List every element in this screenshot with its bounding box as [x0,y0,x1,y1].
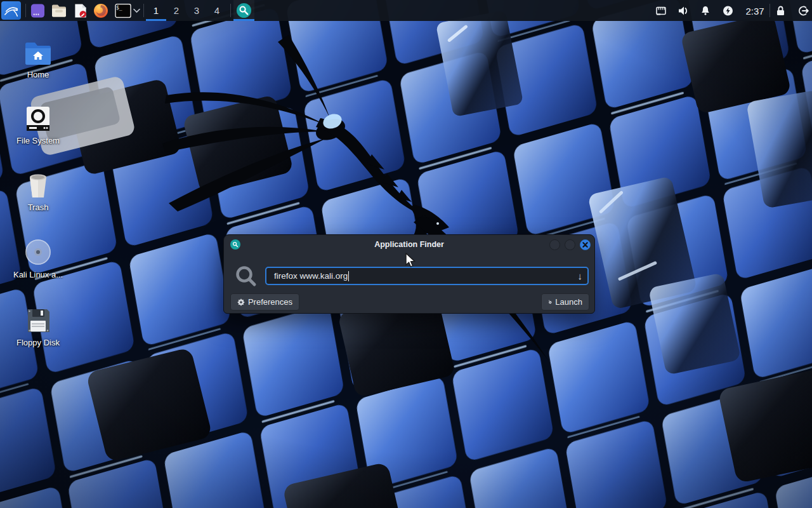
desktop-icon-label: Home [3,70,73,79]
network-icon[interactable] [655,5,667,16]
panel-separator [769,4,770,17]
application-finder-task-icon [236,3,252,18]
volume-icon[interactable] [677,5,690,16]
notifications-bell-icon[interactable] [700,5,711,16]
search-input[interactable]: firefox www.kali.org ↓ [265,267,589,285]
desktop-icon-label: File System [3,136,73,145]
terminal-dropdown-chevron-icon[interactable] [132,8,141,13]
preferences-label: Preferences [248,297,292,307]
firefox-icon[interactable] [93,3,109,18]
desktop-icon-floppy-disk[interactable]: Floppy Disk [3,305,73,347]
desktop-icon-label: Floppy Disk [3,338,73,347]
floppy-icon [3,305,73,334]
workspace-button-4[interactable]: 4 [207,0,227,21]
disc-icon [3,237,73,266]
terminal-prompt-glyph: $_ [116,4,122,10]
workspace-button-3[interactable]: 3 [187,0,207,21]
text-editor-icon[interactable] [72,3,89,18]
search-icon [233,264,259,291]
minimize-button[interactable] [549,239,560,250]
desktop-icon-file-system[interactable]: File System [3,103,73,145]
window-title: Application Finder [224,235,594,254]
lock-screen-icon[interactable] [775,5,786,16]
log-out-icon[interactable] [797,5,809,16]
drive-icon [3,103,73,132]
window-launcher-icon[interactable] [29,3,46,18]
launch-label: Launch [555,297,582,307]
applications-menu-button[interactable] [1,1,21,20]
gear-icon [237,298,245,307]
top-panel: $_ 1 2 3 4 [0,0,812,21]
kali-logo-icon [3,3,20,18]
panel-separator [230,4,231,17]
panel-separator [25,4,26,17]
terminal-icon[interactable]: $_ [114,3,132,18]
titlebar[interactable]: Application Finder [224,235,594,254]
desktop-icon-kali-linux[interactable]: Kali Linux a... [3,237,73,279]
desktop-icon-home[interactable]: Home [3,37,73,79]
search-input-value: firefox www.kali.org [274,271,348,281]
workspace-button-1[interactable]: 1 [146,0,166,21]
application-finder-task-button[interactable] [233,0,254,21]
power-manager-icon[interactable] [722,5,734,16]
mouse-cursor [404,253,418,269]
desktop-icon-trash[interactable]: Trash [3,170,73,212]
preferences-button[interactable]: Preferences [230,293,299,311]
close-button[interactable] [580,239,591,250]
file-manager-icon[interactable] [51,4,67,17]
launch-icon [548,298,552,306]
desktop: Home File System Trash [0,0,812,508]
trash-icon [3,170,73,199]
close-icon [582,242,588,248]
workspace-button-2[interactable]: 2 [166,0,187,21]
dropdown-arrow-icon[interactable]: ↓ [578,271,583,281]
launch-button[interactable]: Launch [541,293,589,311]
panel-separator [143,4,144,17]
home-folder-icon [3,37,73,66]
application-finder-window: Application Finder firefox www.kali.org … [223,234,595,314]
maximize-button[interactable] [565,239,575,250]
text-caret [348,271,349,281]
desktop-icon-label: Trash [3,203,73,212]
desktop-icon-label: Kali Linux a... [3,270,73,279]
clock[interactable]: 2:37 [741,5,769,16]
